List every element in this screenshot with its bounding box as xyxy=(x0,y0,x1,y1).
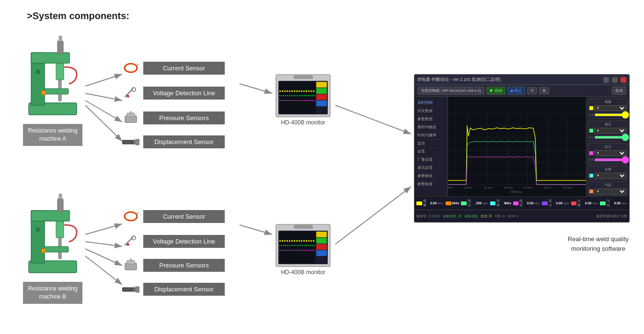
svg-rect-24 xyxy=(42,91,46,95)
menu-item-verify[interactable]: 参数验收 xyxy=(414,172,448,180)
svg-rect-45 xyxy=(136,139,139,145)
svg-rect-16 xyxy=(31,53,69,63)
toolbar-stop[interactable]: ■ 停止 xyxy=(507,87,525,95)
pressure-sensor-b-label: Pressure Sensors xyxy=(143,259,225,272)
select-airpressure[interactable]: ▼ xyxy=(594,189,626,194)
monitor-b-chart xyxy=(279,232,315,263)
svg-rect-29 xyxy=(58,238,61,246)
monitor-b-group: HD-400B monitor xyxy=(276,224,331,276)
svg-rect-42 xyxy=(127,113,135,117)
sensor-b-current: Current Sensor xyxy=(122,210,225,223)
monitor-b-screen xyxy=(278,231,328,264)
displacement-sensor-a-icon xyxy=(122,135,139,148)
voltage-sensor-a-label: Voltage Detection Line xyxy=(143,87,225,100)
pressure-sensor-a-icon xyxy=(122,111,139,124)
legend-dot-pressure xyxy=(589,151,593,155)
right-group-voltage: 电压 ▼ 0.7 0 ▼ xyxy=(588,121,628,142)
sensor-a-pressure: Pressure Sensors xyxy=(122,111,225,124)
software-titlebar: 焊电量-判断结论 - ver 2.101 監測仪(二設理) xyxy=(414,75,629,85)
pressure-sensor-b-icon xyxy=(122,258,139,272)
toolbar-auto[interactable]: 自动 xyxy=(612,87,626,95)
software-legend-bar: 电量 0.00 MAx MAx 电压 .159 MAx 功率 MAx 电压 0.… xyxy=(414,196,629,210)
svg-rect-55 xyxy=(122,288,136,291)
svg-rect-20 xyxy=(58,94,61,101)
svg-text:12.4ms: 12.4ms xyxy=(484,186,493,189)
maximize-btn[interactable] xyxy=(612,77,618,83)
legend-color-4 xyxy=(490,201,496,205)
right-group-pressure: 压力 ▼ 0.4 0 ▼ xyxy=(588,143,628,164)
displacement-sensor-b-label: Displacement Sensor xyxy=(143,283,225,296)
software-chart-svg: 0ms 6.2ms 12.4ms 18.6ms 24.8ms 31ms 37.2… xyxy=(448,97,586,210)
current-sensor-a-label: Current Sensor xyxy=(143,62,225,75)
sensor-a-displacement: Displacement Sensor xyxy=(122,135,225,148)
svg-rect-35 xyxy=(42,249,46,253)
svg-text:37.2ms: 37.2ms xyxy=(563,186,572,189)
slider-pressure[interactable] xyxy=(594,158,630,161)
toolbar-refresh[interactable]: ↺ xyxy=(527,87,537,94)
status-online: 设备在线 xyxy=(464,214,478,219)
menu-item-history[interactable]: 历次数据 xyxy=(414,107,448,115)
monitor-a-handle xyxy=(294,75,313,79)
monitor-a-body xyxy=(276,74,331,117)
monitor-a-group: HD-400B monitor xyxy=(276,74,331,126)
svg-text:0ms: 0ms xyxy=(448,186,453,189)
svg-rect-31 xyxy=(58,252,61,259)
sensor-a-current: Current Sensor xyxy=(122,61,225,75)
select-current[interactable]: ▼ xyxy=(594,105,626,111)
menu-item-time[interactable]: 时间与频率 xyxy=(414,132,448,140)
menu-item-realtime[interactable]: 实时控制 xyxy=(414,99,448,107)
status-state: 状态: 开 xyxy=(481,214,493,219)
legend-color-2 xyxy=(446,201,451,205)
minimize-btn[interactable] xyxy=(603,77,609,83)
monitor-b-label: HD-400B monitor xyxy=(276,269,331,276)
svg-text:18.6ms: 18.6ms xyxy=(504,186,513,189)
toolbar-settings[interactable]: ⚙ xyxy=(539,87,549,94)
close-btn[interactable] xyxy=(621,77,626,83)
svg-text:6.2ms: 6.2ms xyxy=(464,186,472,189)
legend-dot-voltage xyxy=(589,129,593,133)
svg-rect-18 xyxy=(58,80,61,89)
voltage-sensor-a-icon xyxy=(122,86,139,100)
legend-item-1: 电量 0.00 MAx xyxy=(416,199,444,208)
menu-item-settings[interactable]: 设置 xyxy=(414,148,448,156)
svg-rect-17 xyxy=(56,63,64,80)
software-toolbar: 当前控制机: IDP-8210(192.168.0.2) ▶ 启动 ■ 停止 ↺… xyxy=(414,85,629,97)
right-group-airpressure: 气压 ▼ xyxy=(588,181,628,196)
legend-item-4: 功率 MAx xyxy=(490,199,511,208)
current-sensor-a-icon xyxy=(122,61,139,75)
software-right-panel: 电量 ▼ 0.4 0 ▼ 电压 ▼ 0.7 xyxy=(586,97,629,210)
machine-b-group: Resistance weldingmachine B xyxy=(14,187,91,304)
current-sensor-b-icon xyxy=(122,210,139,223)
slider-current[interactable] xyxy=(594,113,630,116)
legend-dot-current xyxy=(589,106,593,110)
legend-color-8 xyxy=(600,201,606,205)
menu-item-monitor[interactable]: 监控 xyxy=(414,140,448,148)
svg-rect-56 xyxy=(136,287,139,292)
software-body: 实时控制 历次数据 参数数据 最档与触发 时间与频率 监控 设置 厂量设置 通讯… xyxy=(414,97,629,210)
toolbar-play[interactable]: ▶ 启动 xyxy=(486,87,506,95)
select-displacement[interactable]: ▼ xyxy=(594,173,626,178)
menu-item-restore[interactable]: 参数恢复 xyxy=(414,180,448,189)
select-voltage[interactable]: ▼ xyxy=(594,128,626,134)
menu-item-factory[interactable]: 厂量设置 xyxy=(414,156,448,164)
menu-item-params[interactable]: 参数数据 xyxy=(414,115,448,123)
svg-rect-33 xyxy=(59,194,62,200)
monitor-b-body xyxy=(276,224,331,267)
svg-point-23 xyxy=(35,69,40,74)
status-c: C系: 0 xyxy=(495,214,505,219)
voltage-sensor-b-icon xyxy=(122,234,139,248)
displacement-sensor-b-icon xyxy=(122,282,139,296)
software-label: Real-time weld qualitymonitoring softwar… xyxy=(568,234,629,253)
select-pressure[interactable]: ▼ xyxy=(594,150,626,156)
menu-item-comm[interactable]: 通讯设置 xyxy=(414,164,448,172)
status-sch: SCH: 1 xyxy=(507,214,518,218)
sensor-b-voltage: Voltage Detection Line xyxy=(122,234,225,248)
slider-voltage[interactable] xyxy=(594,136,630,139)
svg-line-7 xyxy=(335,105,411,134)
legend-item-5: 电压 0.00 MAx xyxy=(513,199,540,208)
svg-rect-53 xyxy=(127,260,135,264)
svg-line-12 xyxy=(240,225,272,234)
legend-item-8: 气压 0.00 MAx xyxy=(600,199,627,208)
menu-item-archive[interactable]: 最档与触发 xyxy=(414,123,448,132)
svg-text:31ms: 31ms xyxy=(544,186,551,189)
